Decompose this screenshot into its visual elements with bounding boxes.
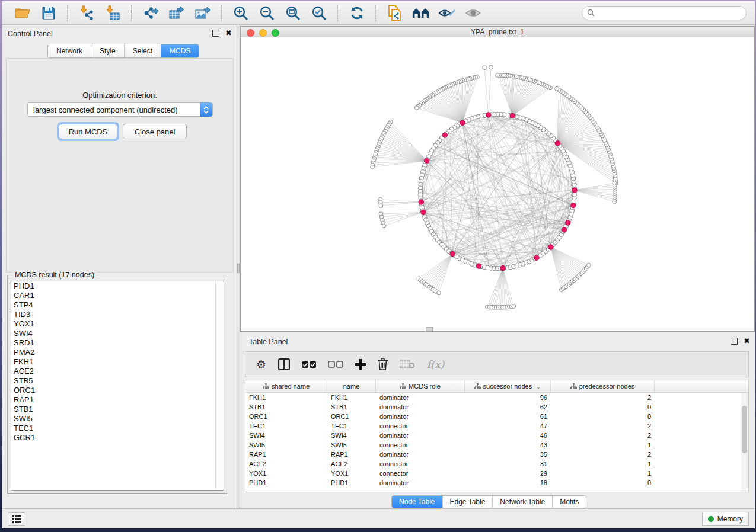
- table-scrollbar[interactable]: [741, 393, 748, 492]
- column-header-shared-name[interactable]: shared name: [245, 380, 327, 392]
- deselect-all-icon[interactable]: [328, 361, 343, 368]
- table-cell[interactable]: ORC1: [245, 413, 327, 420]
- table-cell[interactable]: ORC1: [327, 413, 376, 420]
- table-cell[interactable]: 2: [551, 394, 655, 401]
- show-columns-icon[interactable]: [278, 358, 290, 370]
- tab-select[interactable]: Select: [125, 44, 161, 57]
- mcds-result-item[interactable]: TEC1: [11, 424, 224, 433]
- close-panel-icon[interactable]: ✖: [225, 30, 232, 36]
- tab-mcds[interactable]: MCDS: [161, 44, 199, 57]
- table-cell[interactable]: SWI5: [327, 441, 376, 448]
- mcds-result-item[interactable]: SRD1: [11, 338, 224, 348]
- delete-table-icon[interactable]: [400, 360, 415, 369]
- tab-network[interactable]: Network: [48, 44, 91, 57]
- table-cell[interactable]: ACE2: [327, 460, 376, 467]
- mcds-result-item[interactable]: STP4: [11, 300, 224, 310]
- table-row[interactable]: FKH1FKH1dominator962: [245, 393, 748, 402]
- table-cell[interactable]: 18: [465, 479, 551, 486]
- table-cell[interactable]: 62: [465, 403, 551, 411]
- mcds-result-item[interactable]: STB5: [11, 376, 224, 386]
- table-cell[interactable]: connector: [376, 460, 465, 467]
- table-cell[interactable]: 2: [551, 422, 655, 430]
- mcds-result-list[interactable]: PHD1CAR1STP4TID3YOX1SWI4SRD1PMA2FKH1ACE2…: [11, 281, 224, 491]
- tab-network-table[interactable]: Network Table: [493, 496, 553, 508]
- table-scrollbar-thumb[interactable]: [742, 406, 747, 453]
- column-header-successor-nodes[interactable]: successor nodes⌄: [465, 380, 551, 392]
- delete-column-icon[interactable]: [378, 358, 388, 370]
- float-panel-icon[interactable]: [212, 30, 219, 37]
- duplicate-network-icon[interactable]: [386, 5, 404, 21]
- table-cell[interactable]: 46: [465, 432, 551, 439]
- mcds-result-item[interactable]: PMA2: [11, 348, 224, 357]
- add-column-icon[interactable]: [355, 359, 366, 370]
- column-header-predecessor-nodes[interactable]: predecessor nodes: [551, 380, 655, 392]
- table-cell[interactable]: PHD1: [327, 479, 376, 486]
- zoom-fit-icon[interactable]: [284, 5, 302, 21]
- tab-style[interactable]: Style: [91, 44, 125, 57]
- table-cell[interactable]: 1: [551, 441, 655, 448]
- mcds-result-item[interactable]: CAR1: [11, 291, 224, 300]
- refresh-icon[interactable]: [348, 5, 366, 21]
- table-cell[interactable]: RAP1: [245, 451, 327, 458]
- open-folder-icon[interactable]: [14, 5, 31, 21]
- memory-button[interactable]: Memory: [702, 512, 749, 526]
- export-network-icon[interactable]: [142, 5, 160, 21]
- column-header-name[interactable]: name: [327, 380, 376, 392]
- mcds-result-item[interactable]: RAP1: [11, 395, 224, 405]
- table-cell[interactable]: SWI4: [327, 432, 376, 439]
- export-image-icon[interactable]: [194, 5, 212, 21]
- table-cell[interactable]: dominator: [376, 479, 465, 486]
- search-box[interactable]: [582, 6, 747, 20]
- table-cell[interactable]: 1: [551, 460, 655, 467]
- table-cell[interactable]: dominator: [376, 413, 465, 420]
- table-cell[interactable]: 31: [465, 460, 551, 467]
- table-cell[interactable]: connector: [376, 422, 465, 430]
- table-cell[interactable]: YOX1: [245, 470, 327, 477]
- tab-motifs[interactable]: Motifs: [553, 496, 586, 508]
- table-cell[interactable]: 43: [465, 441, 551, 448]
- mcds-result-item[interactable]: ORC1: [11, 386, 224, 395]
- table-cell[interactable]: RAP1: [327, 451, 376, 458]
- close-table-panel-icon[interactable]: ✖: [744, 338, 750, 344]
- table-row[interactable]: YOX1YOX1connector291: [245, 469, 748, 478]
- table-cell[interactable]: 61: [465, 413, 551, 420]
- table-row[interactable]: TEC1TEC1connector472: [245, 421, 748, 431]
- table-cell[interactable]: connector: [376, 470, 465, 477]
- table-cell[interactable]: FKH1: [245, 394, 327, 401]
- table-cell[interactable]: 96: [465, 394, 551, 401]
- show-all-icon[interactable]: [464, 5, 482, 21]
- search-input[interactable]: [598, 8, 746, 18]
- function-builder-icon[interactable]: f(x): [427, 358, 444, 370]
- mcds-result-item[interactable]: GCR1: [11, 433, 224, 443]
- mcds-list-scrollbar[interactable]: [215, 281, 224, 490]
- table-cell[interactable]: 0: [551, 403, 655, 411]
- import-network-icon[interactable]: [78, 5, 95, 21]
- zoom-selected-icon[interactable]: [310, 5, 328, 21]
- mcds-result-item[interactable]: FKH1: [11, 357, 224, 367]
- table-row[interactable]: SWI5SWI5connector431: [245, 440, 748, 450]
- run-mcds-button[interactable]: Run MCDS: [59, 124, 117, 139]
- first-neighbors-icon[interactable]: [412, 5, 430, 21]
- table-row[interactable]: PHD1PHD1dominator180: [245, 478, 748, 488]
- splitter-handle[interactable]: [237, 264, 240, 273]
- mcds-result-item[interactable]: ACE2: [11, 367, 224, 376]
- table-row[interactable]: ORC1ORC1dominator610: [245, 412, 748, 421]
- task-history-button[interactable]: [8, 512, 25, 526]
- table-cell[interactable]: 47: [465, 422, 551, 430]
- table-cell[interactable]: SWI4: [245, 432, 327, 439]
- export-table-icon[interactable]: [168, 5, 186, 21]
- table-cell[interactable]: dominator: [376, 451, 465, 458]
- close-panel-button[interactable]: Close panel: [123, 124, 187, 139]
- save-icon[interactable]: [40, 5, 58, 21]
- table-cell[interactable]: STB1: [245, 403, 327, 411]
- settings-gear-icon[interactable]: ⚙: [256, 358, 266, 371]
- table-cell[interactable]: SWI5: [245, 441, 327, 448]
- table-cell[interactable]: YOX1: [327, 470, 376, 477]
- import-table-icon[interactable]: [104, 5, 122, 21]
- table-cell[interactable]: TEC1: [327, 422, 376, 430]
- table-cell[interactable]: TEC1: [245, 422, 327, 430]
- table-cell[interactable]: 35: [465, 451, 551, 458]
- table-cell[interactable]: dominator: [376, 403, 465, 411]
- criterion-dropdown[interactable]: largest connected component (undirected): [27, 102, 213, 117]
- table-row[interactable]: SWI4SWI4dominator462: [245, 431, 748, 440]
